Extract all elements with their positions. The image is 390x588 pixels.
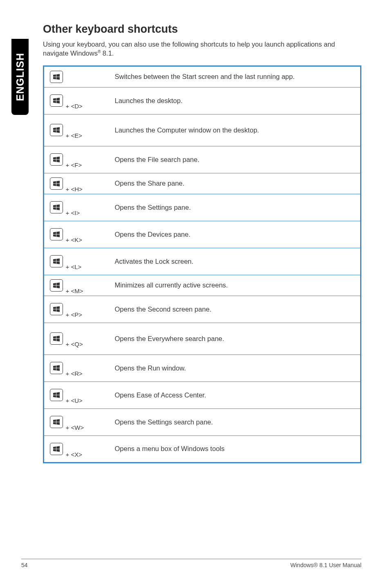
desc-cell: Launches the Computer window on the desk…: [109, 114, 361, 146]
windows-key-icon: [50, 228, 63, 240]
table-row: + <E> Launches the Computer window on th…: [44, 114, 361, 146]
key-cell: + <M>: [44, 275, 109, 296]
language-tab-label: ENGLISH: [14, 53, 26, 101]
footer-title: Windows® 8.1 User Manual: [290, 562, 361, 568]
key-combo: + <I>: [66, 209, 80, 216]
table-row: + <R> Opens the Run window.: [44, 355, 361, 382]
windows-key-icon: [50, 153, 63, 166]
key-cell: + <W>: [44, 408, 109, 435]
desc-cell: Switches between the Start screen and th…: [109, 66, 361, 87]
desc-cell: Opens the Settings search pane.: [109, 408, 361, 435]
table-row: + <W> Opens the Settings search pane.: [44, 408, 361, 435]
table-row: + <P> Opens the Second screen pane.: [44, 296, 361, 323]
table-row: + <X> Opens a menu box of Windows tools: [44, 435, 361, 462]
table-row: Switches between the Start screen and th…: [44, 66, 361, 87]
table-row: + <D> Launches the desktop.: [44, 87, 361, 114]
key-cell: + <E>: [44, 114, 109, 146]
page-heading: Other keyboard shortcuts: [43, 23, 361, 36]
key-cell: + <U>: [44, 382, 109, 408]
page-number: 54: [21, 562, 28, 568]
key-combo: + <W>: [66, 424, 84, 431]
desc-cell: Opens the Second screen pane.: [109, 296, 361, 323]
desc-cell: Opens the Share pane.: [109, 173, 361, 194]
key-cell: + <K>: [44, 221, 109, 248]
intro-pre: Using your keyboard, you can also use th…: [43, 40, 335, 57]
key-combo: + <U>: [66, 397, 83, 404]
desc-cell: Opens the File search pane.: [109, 146, 361, 173]
windows-key-icon: [50, 443, 63, 455]
desc-cell: Opens a menu box of Windows tools: [109, 435, 361, 462]
key-cell: + <D>: [44, 87, 109, 114]
desc-cell: Minimizes all currently active screens.: [109, 275, 361, 296]
key-combo: + <D>: [66, 103, 83, 110]
key-cell: + <R>: [44, 355, 109, 382]
shortcuts-table: Switches between the Start screen and th…: [43, 65, 361, 463]
key-combo: + <X>: [66, 451, 82, 458]
windows-key-icon: [50, 71, 63, 83]
windows-key-icon: [50, 279, 63, 292]
key-cell: + <L>: [44, 248, 109, 275]
desc-cell: Launches the desktop.: [109, 87, 361, 114]
key-combo: + <H>: [66, 186, 83, 193]
table-row: + <H> Opens the Share pane.: [44, 173, 361, 194]
key-cell: + <F>: [44, 146, 109, 173]
key-cell: + <H>: [44, 173, 109, 194]
content-area: Other keyboard shortcuts Using your keyb…: [43, 23, 361, 463]
page-footer: 54 Windows® 8.1 User Manual: [21, 559, 361, 568]
windows-key-icon: [50, 332, 63, 345]
table-row: + <Q> Opens the Everywhere search pane.: [44, 323, 361, 355]
key-combo: + <F>: [66, 162, 82, 168]
windows-key-icon: [50, 201, 63, 213]
language-tab: ENGLISH: [11, 39, 29, 115]
table-row: + <I> Opens the Settings pane.: [44, 194, 361, 221]
desc-cell: Opens Ease of Access Center.: [109, 382, 361, 408]
desc-cell: Opens the Everywhere search pane.: [109, 323, 361, 355]
windows-key-icon: [50, 362, 63, 374]
key-combo: + <P>: [66, 311, 82, 318]
key-cell: [44, 66, 109, 87]
key-cell: + <P>: [44, 296, 109, 323]
table-row: + <M> Minimizes all currently active scr…: [44, 275, 361, 296]
desc-cell: Opens the Settings pane.: [109, 194, 361, 221]
desc-cell: Opens the Run window.: [109, 355, 361, 382]
windows-key-icon: [50, 255, 63, 267]
windows-key-icon: [50, 389, 63, 401]
key-combo: + <Q>: [66, 341, 83, 348]
key-combo: + <M>: [66, 287, 83, 294]
key-combo: + <E>: [66, 132, 82, 139]
windows-key-icon: [50, 416, 63, 428]
intro-post: 8.1.: [101, 49, 114, 57]
table-row: + <U> Opens Ease of Access Center.: [44, 382, 361, 408]
page: ENGLISH Other keyboard shortcuts Using y…: [0, 0, 390, 588]
key-combo: + <K>: [66, 236, 82, 243]
desc-cell: Opens the Devices pane.: [109, 221, 361, 248]
windows-key-icon: [50, 177, 63, 190]
key-combo: + <L>: [66, 263, 82, 270]
key-cell: + <Q>: [44, 323, 109, 355]
key-cell: + <I>: [44, 194, 109, 221]
windows-key-icon: [50, 94, 63, 107]
desc-cell: Activates the Lock screen.: [109, 248, 361, 275]
key-cell: + <X>: [44, 435, 109, 462]
windows-key-icon: [50, 124, 63, 136]
windows-key-icon: [50, 303, 63, 315]
intro-text: Using your keyboard, you can also use th…: [43, 40, 361, 58]
table-row: + <F> Opens the File search pane.: [44, 146, 361, 173]
key-combo: + <R>: [66, 370, 83, 377]
table-row: + <L> Activates the Lock screen.: [44, 248, 361, 275]
table-row: + <K> Opens the Devices pane.: [44, 221, 361, 248]
